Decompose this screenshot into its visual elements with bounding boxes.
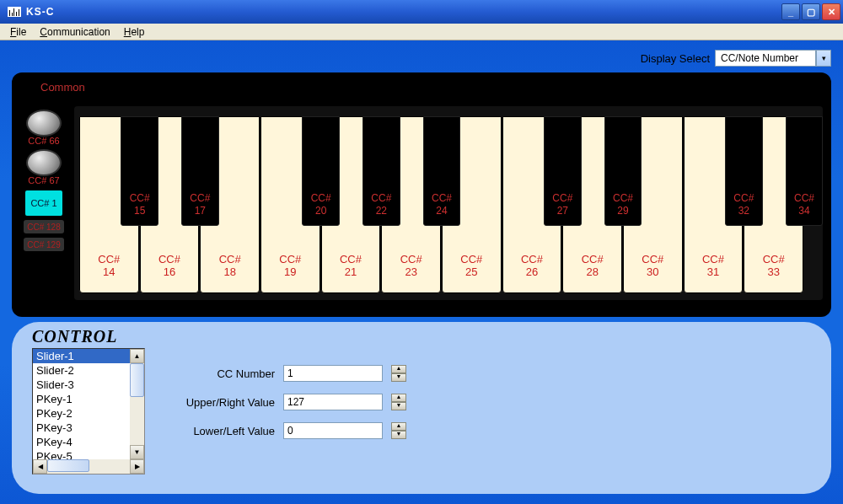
black-key[interactable]: CC#29 — [604, 116, 642, 226]
list-item[interactable]: Slider-2 — [33, 363, 144, 378]
scrollbar-horizontal[interactable]: ◀ ▶ — [33, 459, 144, 474]
app-icon — [8, 7, 21, 17]
titlebar[interactable]: KS-C _ ▢ ✕ — [0, 0, 843, 24]
scroll-left-icon[interactable]: ◀ — [33, 459, 47, 474]
client-area: Display Select CC/Note Number ▾ Common C… — [0, 40, 843, 504]
app-window: KS-C _ ▢ ✕ File Communication Help Displ… — [0, 0, 843, 504]
side-controls: CC# 66 CC# 67 CC# 1 CC# 128 CC# 129 — [19, 106, 69, 300]
cc-number-spinner[interactable]: ▲▼ — [391, 365, 406, 382]
scroll-up-icon[interactable]: ▲ — [130, 349, 144, 363]
list-item[interactable]: PKey-1 — [33, 392, 144, 406]
common-label[interactable]: Common — [40, 81, 85, 94]
scroll-right-icon[interactable]: ▶ — [130, 459, 144, 474]
knob-2-label: CC# 67 — [28, 176, 59, 185]
upper-value-label: Upper/Right Value — [170, 396, 275, 409]
menu-communication[interactable]: Communication — [33, 24, 116, 40]
display-select[interactable]: CC/Note Number ▾ — [715, 50, 831, 67]
knob-2[interactable] — [26, 149, 62, 176]
lower-value-label: Lower/Left Value — [170, 425, 275, 437]
black-key[interactable]: CC#34 — [786, 116, 823, 226]
black-key[interactable]: CC#24 — [423, 116, 460, 226]
menubar: File Communication Help — [0, 24, 843, 40]
upper-value-spinner[interactable]: ▲▼ — [391, 394, 406, 410]
list-item[interactable]: PKey-2 — [33, 406, 144, 421]
cc-number-input[interactable] — [283, 365, 383, 382]
scroll-thumb[interactable] — [130, 363, 144, 397]
keyboard: CC#14CC#16CC#18CC#19CC#21CC#23CC#25CC#26… — [74, 106, 823, 300]
slider-chip[interactable]: CC# 1 — [25, 190, 62, 216]
black-key[interactable]: CC#20 — [302, 116, 339, 226]
knob-1[interactable] — [26, 110, 62, 137]
list-item[interactable]: Slider-1 — [33, 349, 144, 363]
window-title: KS-C — [26, 6, 781, 18]
upper-value-input[interactable] — [283, 394, 383, 410]
lower-value-input[interactable] — [283, 422, 383, 439]
display-select-value: CC/Note Number — [715, 50, 816, 67]
menu-file[interactable]: File — [3, 24, 33, 40]
menu-help[interactable]: Help — [117, 24, 152, 40]
control-title: CONTROL — [32, 327, 816, 346]
close-button[interactable]: ✕ — [822, 3, 840, 20]
scrollbar-vertical[interactable]: ▲ ▼ — [130, 349, 144, 459]
black-key[interactable]: CC#17 — [181, 116, 218, 226]
scroll-down-icon[interactable]: ▼ — [130, 445, 144, 459]
black-key[interactable]: CC#22 — [362, 116, 400, 226]
pad-1[interactable]: CC# 128 — [24, 220, 64, 233]
list-item[interactable]: PKey-5 — [33, 449, 144, 459]
control-panel: CONTROL Slider-1Slider-2Slider-3PKey-1PK… — [12, 322, 831, 494]
black-key[interactable]: CC#15 — [121, 116, 158, 226]
chevron-down-icon[interactable]: ▾ — [816, 50, 831, 67]
lower-value-spinner[interactable]: ▲▼ — [391, 422, 406, 439]
cc-number-label: CC Number — [170, 367, 275, 380]
list-item[interactable]: PKey-3 — [33, 421, 144, 435]
control-listbox[interactable]: Slider-1Slider-2Slider-3PKey-1PKey-2PKey… — [32, 348, 145, 475]
keyboard-panel: Common CC# 66 CC# 67 CC# 1 CC# 128 CC# 1… — [12, 72, 831, 317]
minimize-button[interactable]: _ — [781, 3, 800, 20]
maximize-button[interactable]: ▢ — [802, 3, 820, 20]
black-key[interactable]: CC#32 — [725, 116, 762, 226]
list-item[interactable]: Slider-3 — [33, 378, 144, 392]
black-key[interactable]: CC#27 — [544, 116, 581, 226]
scroll-thumb-h[interactable] — [47, 459, 89, 472]
knob-1-label: CC# 66 — [28, 137, 59, 146]
pad-2[interactable]: CC# 129 — [24, 238, 64, 251]
display-select-label: Display Select — [641, 52, 710, 65]
list-item[interactable]: PKey-4 — [33, 435, 144, 449]
